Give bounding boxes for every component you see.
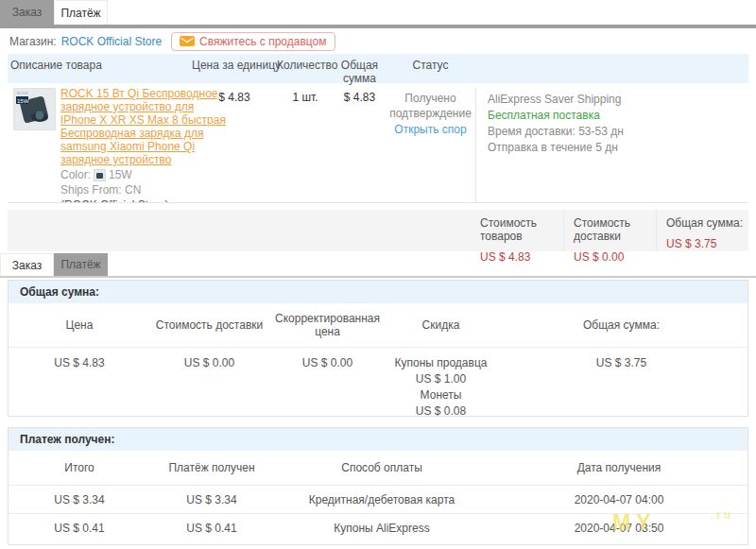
shipping-delivery-time: Время доставки: 53-53 дн [488,124,748,140]
shipping-dispatch: Отправка в течение 5 дн [488,140,748,156]
seller-row: Магазин: ROCK Official Store Свяжитесь с… [0,28,756,54]
payment-summary-values: US $ 4.83 US $ 0.00 US $ 0.00 Купоны про… [9,348,747,420]
tab-order-bottom[interactable]: Заказ [0,253,54,276]
color-swatch [94,169,106,181]
tab-payment-bottom[interactable]: Платёж [54,253,108,276]
product-title-link[interactable]: ROCK 15 Вт Qi Беспроводное зарядное устр… [60,87,231,166]
col-total: Общая сумма [334,54,386,83]
totals-goods: Стоимость товаров US $ 4.83 [471,210,563,251]
contact-seller-label: Свяжитесь с продавцом [199,35,326,48]
svg-text:ROCK: ROCK [17,91,28,95]
envelope-icon [180,36,195,46]
product-total: $ 4.83 [334,88,386,202]
payment-summary-box: Общая сумна: Цена Стоимость доставки Ско… [8,280,748,417]
open-dispute-link[interactable]: Открыть спор [386,122,475,137]
order-page: Заказ Платёж Магазин: ROCK Official Stor… [0,0,756,549]
payment-received-headers: Итого Платёж получен Способ оплаты Дата … [9,451,747,486]
order-totals-strip: Стоимость товаров US $ 4.83 Стоимость до… [8,210,748,251]
product-status-cell: Получено подтверждение Открыть спор [386,88,475,202]
payment-summary-headers: Цена Стоимость доставки Скорректированна… [9,303,747,348]
totals-grand: Общая сумма: US $ 3.75 [656,210,748,251]
payment-summary-title: Общая сумна: [9,281,747,303]
tab-order-top[interactable]: Заказ [0,0,54,25]
product-row: 15W ROCK ROCK 15 Вт Qi Беспроводное заря… [8,83,748,203]
col-quantity: Количество [277,54,334,83]
summary-price: US $ 4.83 [9,355,150,371]
product-info: ROCK 15 Вт Qi Беспроводное зарядное устр… [60,87,231,203]
store-link[interactable]: ROCK Official Store [61,35,162,48]
payment-received-title: Платеж получен: [9,428,747,451]
tab-payment-top[interactable]: Платёж [54,0,108,25]
col-description: Описание товара [8,54,192,83]
payment-row-card: US $ 3.34 US $ 3.34 Кредитная/дебетовая … [9,486,747,514]
shipping-free: Бесплатная поставка [488,108,748,124]
product-store-name: (ROCK Official Store) [60,198,231,203]
status-text: Получено подтверждение [389,92,472,120]
summary-total: US $ 3.75 [495,355,747,371]
product-image[interactable]: 15W ROCK [13,88,56,130]
totals-shipping: Стоимость доставки US $ 0.00 [563,210,656,251]
col-status: Статус [386,54,475,83]
tab-bar-underline-2 [0,276,756,278]
payment-received-box: Платеж получен: Итого Платёж получен Спо… [8,427,748,545]
store-label: Магазин: [9,35,57,48]
shipping-info-cell: AliExpress Saver Shipping Бесплатная пос… [475,88,748,202]
svg-text:15W: 15W [17,98,29,104]
product-quantity: 1 шт. [277,88,334,202]
summary-shipping: US $ 0.00 [150,355,268,371]
order-table-header: Описание товара Цена за единицу Количест… [8,54,748,83]
col-unit-price: Цена за единицу [192,54,277,83]
top-tab-bar: Заказ Платёж [0,0,756,28]
payment-row-coupon: US $ 0.41 US $ 0.41 Купоны AliExpress 20… [9,514,747,542]
summary-discount: Купоны продавца US $ 1.00 Монеты US $ 0.… [387,355,495,420]
product-ships-from: Ships From: CN [60,184,231,197]
order-table: Описание товара Цена за единицу Количест… [8,54,748,203]
col-shipping-spacer [475,54,748,83]
shipping-method: AliExpress Saver Shipping [488,92,748,108]
product-color-line: Color: 15W [60,169,231,181]
contact-seller-button[interactable]: Свяжитесь с продавцом [171,32,335,51]
summary-adjusted: US $ 0.00 [268,355,387,371]
